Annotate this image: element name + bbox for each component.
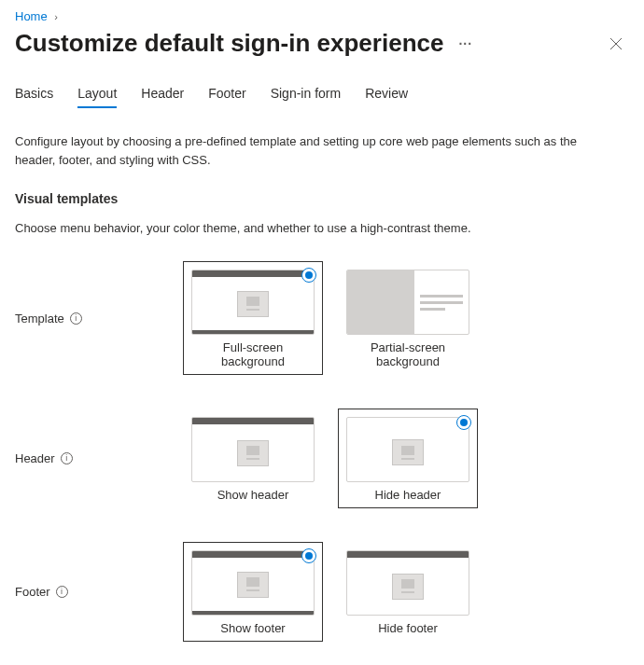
radio-selected-icon [301, 548, 316, 563]
tab-review[interactable]: Review [365, 80, 408, 108]
more-actions-button[interactable]: ··· [455, 33, 476, 55]
template-thumb-full [191, 270, 315, 335]
header-option-hide[interactable]: Hide header [338, 409, 478, 508]
visual-templates-subtext: Choose menu behavior, your color theme, … [15, 221, 629, 235]
header-thumb-hide [346, 417, 469, 482]
tab-footer[interactable]: Footer [208, 80, 245, 108]
footer-option-hide[interactable]: Hide footer [338, 542, 478, 642]
template-option-full-label: Full-screen background [191, 340, 315, 368]
visual-templates-heading: Visual templates [15, 191, 629, 206]
tab-signin-form[interactable]: Sign-in form [271, 80, 341, 108]
layout-description: Configure layout by choosing a pre-defin… [15, 132, 612, 169]
header-option-hide-label: Hide header [346, 488, 469, 502]
header-option-show[interactable]: Show header [183, 409, 323, 508]
chevron-right-icon: › [54, 11, 58, 22]
template-option-partial-label: Partial-screen background [346, 340, 469, 368]
breadcrumb: Home › [15, 9, 629, 23]
radio-selected-icon [301, 268, 316, 283]
close-icon [609, 37, 623, 50]
header-thumb-show [191, 417, 315, 482]
template-option-partial-screen[interactable]: Partial-screen background [338, 261, 478, 375]
template-label: Template i [15, 312, 183, 326]
breadcrumb-home-link[interactable]: Home [15, 9, 48, 23]
header-option-show-label: Show header [191, 488, 315, 502]
footer-option-label: Footer i [15, 585, 183, 599]
footer-thumb-hide [346, 550, 469, 616]
footer-option-show[interactable]: Show footer [183, 542, 323, 642]
radio-selected-icon [456, 415, 471, 430]
tab-header[interactable]: Header [141, 80, 184, 108]
info-icon[interactable]: i [70, 312, 82, 325]
footer-thumb-show [191, 550, 315, 616]
tab-basics[interactable]: Basics [15, 80, 53, 108]
footer-option-show-label: Show footer [191, 621, 315, 635]
template-option-full-screen[interactable]: Full-screen background [183, 261, 323, 375]
header-option-label: Header i [15, 451, 183, 465]
info-icon[interactable]: i [56, 586, 68, 598]
tab-bar: Basics Layout Header Footer Sign-in form… [15, 80, 629, 108]
info-icon[interactable]: i [61, 452, 73, 464]
tab-layout[interactable]: Layout [77, 80, 117, 108]
close-button[interactable] [603, 31, 629, 57]
template-thumb-partial [346, 270, 469, 335]
footer-option-hide-label: Hide footer [346, 621, 469, 635]
page-title: Customize default sign-in experience ··· [15, 29, 476, 58]
